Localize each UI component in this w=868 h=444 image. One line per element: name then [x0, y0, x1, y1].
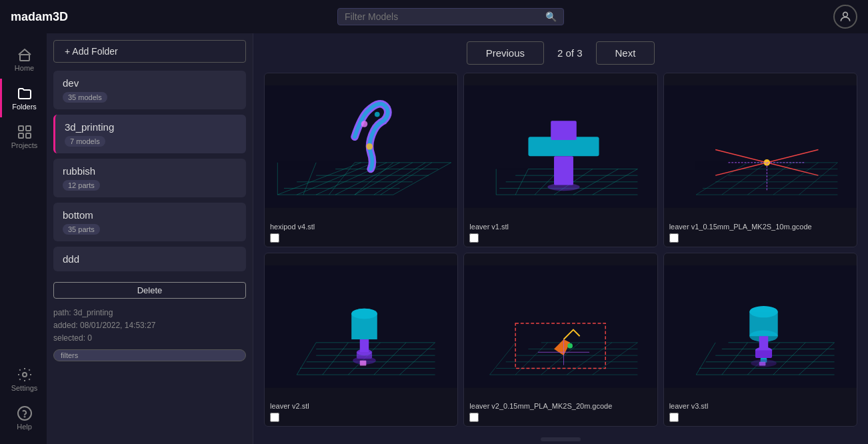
model-checkbox-3[interactable]	[270, 413, 279, 422]
main-layout: Home Folders Projects Settings	[0, 33, 868, 444]
search-bar[interactable]: 🔍	[337, 8, 564, 25]
sidebar-label-projects: Projects	[11, 141, 38, 149]
model-label-5: leaver v3.stl	[664, 399, 857, 411]
model-checkbox-4[interactable]	[469, 413, 479, 422]
model-card-4[interactable]: leaver v2_0.15mm_PLA_MK2S_20m.gcode	[463, 253, 657, 427]
next-button[interactable]: Next	[596, 41, 655, 65]
svg-rect-45	[554, 156, 573, 185]
sidebar-bottom: Settings Help	[0, 360, 47, 444]
model-checkbox-1[interactable]	[469, 233, 479, 243]
svg-rect-117	[755, 350, 772, 358]
settings-icon	[17, 367, 33, 383]
svg-point-97	[568, 343, 573, 348]
topbar: madam3D 🔍	[0, 0, 868, 33]
folder-item-3dprinting[interactable]: 3d_printing 7 models	[53, 115, 246, 153]
svg-rect-83	[360, 360, 367, 365]
sidebar-label-help: Help	[17, 423, 32, 431]
sidebar-label-settings: Settings	[11, 384, 38, 392]
search-icon: 🔍	[545, 11, 557, 22]
svg-rect-44	[551, 121, 577, 140]
sidebar-item-projects[interactable]: Projects	[0, 117, 47, 156]
folder-name-bottom: bottom	[63, 209, 237, 221]
svg-rect-2	[19, 126, 23, 131]
model-label-1: leaver v1.stl	[464, 220, 657, 232]
model-checkbox-2[interactable]	[669, 233, 679, 243]
folder-item-bottom[interactable]: bottom 35 parts	[53, 203, 246, 241]
content-header: Previous 2 of 3 Next	[253, 33, 868, 73]
svg-rect-1	[20, 55, 29, 61]
folder-panel: + Add Folder dev 35 models 3d_printing 7…	[47, 33, 253, 444]
svg-rect-84	[464, 265, 657, 387]
page-indicator: 2 of 3	[551, 47, 589, 59]
folder-badge-dev: 35 models	[63, 92, 107, 103]
sidebar: Home Folders Projects Settings	[0, 33, 47, 444]
folder-badge-rubbish: 12 parts	[63, 180, 100, 191]
svg-rect-47	[664, 85, 857, 207]
sidebar-item-folders[interactable]: Folders	[0, 79, 47, 117]
filters-badge[interactable]: filters	[53, 349, 246, 361]
add-folder-button[interactable]: + Add Folder	[53, 40, 246, 63]
model-card-3[interactable]: leaver v2.stl	[264, 253, 458, 427]
svg-point-28	[361, 121, 368, 127]
sidebar-item-help[interactable]: Help	[0, 399, 47, 437]
folder-item-dev[interactable]: dev 35 models	[53, 71, 246, 109]
svg-rect-120	[759, 361, 765, 365]
folder-selected: selected: 0	[53, 332, 246, 345]
svg-point-8	[24, 417, 25, 417]
model-card-5[interactable]: leaver v3.stl	[663, 253, 857, 427]
folder-name-ddd: ddd	[63, 253, 237, 265]
folder-item-ddd[interactable]: ddd	[53, 247, 246, 271]
search-input[interactable]	[345, 11, 545, 22]
folder-name-3dprinting: 3d_printing	[65, 121, 237, 133]
help-icon	[17, 405, 33, 421]
profile-icon[interactable]	[833, 5, 857, 29]
previous-button[interactable]: Previous	[467, 41, 544, 65]
sidebar-label-home: Home	[15, 64, 34, 72]
svg-point-0	[843, 12, 848, 17]
model-grid: hexipod v4.stl	[253, 73, 868, 437]
svg-point-30	[366, 143, 373, 150]
model-preview-3	[265, 253, 457, 400]
app-title: madam3D	[11, 10, 68, 24]
model-preview-2	[664, 73, 857, 220]
model-preview-0	[265, 73, 457, 220]
model-label-3: leaver v2.stl	[265, 399, 457, 411]
svg-point-29	[375, 112, 380, 117]
sidebar-item-home[interactable]: Home	[0, 40, 47, 79]
sidebar-label-folders: Folders	[12, 103, 37, 111]
svg-rect-3	[26, 126, 31, 131]
folder-badge-bottom: 35 parts	[63, 224, 100, 235]
model-preview-4	[464, 253, 657, 400]
svg-point-7	[18, 407, 31, 420]
folder-name-dev: dev	[63, 77, 237, 89]
model-preview-1	[464, 73, 657, 220]
folder-info: path: 3d_printing added: 08/01/2022, 14:…	[53, 307, 246, 345]
folder-path: path: 3d_printing	[53, 307, 246, 319]
home-icon	[17, 47, 33, 63]
model-preview-5	[664, 253, 857, 400]
model-label-0: hexipod v4.stl	[265, 220, 457, 232]
folder-item-rubbish[interactable]: rubbish 12 parts	[53, 159, 246, 197]
model-checkbox-0[interactable]	[270, 233, 279, 243]
svg-point-46	[548, 183, 580, 191]
folder-added: added: 08/01/2022, 14:53:27	[53, 319, 246, 332]
folder-badge-3dprinting: 7 models	[65, 136, 105, 147]
svg-rect-4	[19, 133, 23, 138]
svg-rect-5	[26, 133, 31, 138]
folders-icon	[17, 85, 33, 101]
model-label-2: leaver v1_0.15mm_PLA_MK2S_10m.gcode	[664, 220, 857, 232]
svg-point-6	[23, 373, 27, 377]
folder-name-rubbish: rubbish	[63, 165, 237, 177]
model-card-1[interactable]: leaver v1.stl	[463, 73, 657, 247]
projects-icon	[17, 124, 33, 140]
model-card-0[interactable]: hexipod v4.stl	[264, 73, 458, 247]
sidebar-item-settings[interactable]: Settings	[0, 360, 47, 399]
model-checkbox-5[interactable]	[669, 413, 679, 422]
svg-point-78	[351, 308, 377, 318]
delete-button[interactable]: Delete	[53, 282, 246, 299]
model-card-2[interactable]: leaver v1_0.15mm_PLA_MK2S_10m.gcode	[663, 73, 857, 247]
bottom-scroll-indicator	[541, 437, 581, 441]
model-label-4: leaver v2_0.15mm_PLA_MK2S_20m.gcode	[464, 399, 657, 411]
content-area: Previous 2 of 3 Next	[253, 33, 868, 444]
